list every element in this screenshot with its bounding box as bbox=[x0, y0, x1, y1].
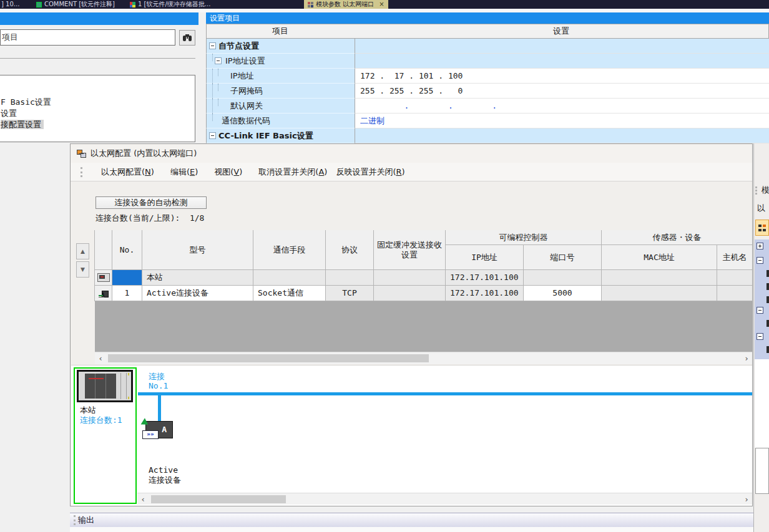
settings-row-ip-address[interactable]: IP地址 bbox=[206, 69, 355, 84]
expand-plus-icon[interactable] bbox=[757, 243, 763, 249]
tree-item-partial[interactable] bbox=[767, 346, 769, 353]
cell-no-selected[interactable] bbox=[112, 270, 142, 286]
active-device-node[interactable]: A »» bbox=[145, 421, 173, 438]
cell-port[interactable] bbox=[524, 270, 602, 286]
menu-apply-close[interactable]: 反映设置并关闭(R) bbox=[336, 167, 404, 178]
menu-edit[interactable]: 编辑(E) bbox=[170, 167, 198, 178]
cell-fixed-buffer[interactable] bbox=[374, 270, 446, 286]
chevron-icon: »» bbox=[142, 430, 159, 439]
scrollbar-thumb[interactable] bbox=[108, 354, 429, 362]
tab-module-parameter-active[interactable]: 模块参数 以太网端口 × bbox=[304, 0, 388, 9]
cell-model[interactable]: 本站 bbox=[142, 270, 253, 286]
device-letter: A bbox=[162, 425, 167, 434]
diagram-hscrollbar[interactable]: ‹ › bbox=[137, 493, 752, 505]
comment-doc-icon bbox=[36, 2, 42, 7]
collapse-minus-icon[interactable] bbox=[757, 307, 763, 314]
row-icon-active-device[interactable]: A bbox=[95, 286, 112, 301]
tab-truncated[interactable]: ] 10... bbox=[1, 0, 19, 9]
tree-item-partial[interactable] bbox=[767, 283, 769, 290]
list-item-label: 设置 bbox=[1, 109, 17, 118]
settings-col-value-header: 设置 bbox=[354, 24, 769, 39]
output-panel-header[interactable]: 输出 bbox=[70, 513, 753, 527]
header-plc-group: 可编程控制器 bbox=[446, 230, 602, 245]
cell-ip[interactable]: 172.17.101.100 bbox=[446, 270, 524, 286]
scroll-left-icon[interactable]: ‹ bbox=[139, 495, 147, 504]
menu-ethernet-config[interactable]: 以太网配置(N) bbox=[101, 167, 154, 178]
header-comm: 通信手段 bbox=[253, 230, 326, 270]
binoculars-icon bbox=[182, 34, 192, 42]
device-label: Active bbox=[149, 465, 178, 475]
cell-port[interactable]: 5000 bbox=[524, 286, 602, 301]
cell-mac[interactable] bbox=[602, 286, 717, 301]
settings-value-subnet[interactable]: 255 . 255 . 255 . 0 bbox=[355, 84, 769, 99]
cell-no[interactable]: 1 bbox=[112, 286, 142, 301]
dialog-titlebar: 以太网配置 (内置以太网端口) bbox=[71, 144, 752, 163]
host-station-box[interactable]: 本站 连接台数:1 bbox=[74, 367, 137, 504]
module-list-tab[interactable]: 以 bbox=[757, 203, 765, 214]
list-item[interactable]: 设置 bbox=[0, 108, 195, 119]
cell-mac[interactable] bbox=[602, 270, 717, 286]
menu-view[interactable]: 视图(V) bbox=[214, 167, 242, 178]
cell-host[interactable] bbox=[717, 270, 752, 286]
watch-grid-icon bbox=[130, 2, 135, 7]
settings-row-own-node[interactable]: 自节点设置 bbox=[206, 39, 355, 54]
cell-protocol[interactable]: TCP bbox=[326, 286, 374, 301]
collapse-minus-icon[interactable] bbox=[757, 257, 763, 264]
tab-device-buffer[interactable]: 1 [软元件/缓冲存储器批... bbox=[130, 0, 210, 9]
scroll-left-icon[interactable]: ‹ bbox=[96, 354, 105, 363]
module-list-toolbar-button[interactable] bbox=[755, 220, 769, 236]
cell-fixed-buffer[interactable] bbox=[374, 286, 446, 301]
tab-comment[interactable]: COMMENT [软元件注释] bbox=[36, 0, 115, 9]
row-icon-host-station[interactable] bbox=[95, 270, 112, 286]
cell-comm[interactable] bbox=[253, 270, 326, 286]
setting-item-list: F Basic设置 设置 接配置设置 bbox=[0, 75, 195, 142]
scrollbar-thumb[interactable] bbox=[151, 495, 286, 503]
grid-hscrollbar[interactable]: ‹ › bbox=[95, 352, 752, 364]
collapse-minus-icon[interactable] bbox=[209, 132, 216, 139]
row-down-button[interactable]: ▼ bbox=[76, 261, 89, 278]
settings-value[interactable] bbox=[355, 39, 769, 54]
settings-row-ip-setting[interactable]: IP地址设置 bbox=[206, 54, 355, 69]
cell-host[interactable] bbox=[717, 286, 752, 301]
tree-item-partial[interactable] bbox=[767, 320, 769, 327]
menu-cancel-close[interactable]: 取消设置并关闭(A) bbox=[258, 167, 327, 178]
cell-ip[interactable]: 172.17.101.100 bbox=[446, 286, 524, 301]
dialog-title: 以太网配置 (内置以太网端口) bbox=[91, 148, 197, 159]
tree-item-partial[interactable] bbox=[767, 270, 769, 277]
settings-value-datacode[interactable]: 二进制 bbox=[355, 114, 769, 128]
collapse-minus-icon[interactable] bbox=[215, 57, 222, 64]
cell-protocol[interactable] bbox=[326, 270, 374, 286]
plc-station-icon bbox=[97, 273, 110, 282]
module-list-title: 模 bbox=[762, 185, 769, 196]
settings-row-subnet-mask[interactable]: 子网掩码 bbox=[206, 84, 355, 99]
module-list-titlebar: 模 bbox=[755, 185, 769, 196]
settings-value[interactable] bbox=[355, 54, 769, 69]
row-up-button[interactable]: ▲ bbox=[76, 243, 89, 259]
scroll-right-icon[interactable]: › bbox=[742, 354, 751, 363]
header-no: No. bbox=[112, 230, 142, 270]
collapse-minus-icon[interactable] bbox=[209, 42, 216, 49]
tree-item-partial[interactable] bbox=[767, 296, 769, 303]
header-fixed-buffer: 固定缓冲发送接收设置 bbox=[374, 230, 446, 270]
search-input[interactable] bbox=[0, 29, 175, 46]
settings-value-ip[interactable]: 172 . 17 . 101 . 100 bbox=[355, 69, 769, 84]
toolbar-grip bbox=[81, 167, 82, 177]
module-tree bbox=[755, 239, 769, 359]
settings-value-gateway[interactable]: . . . bbox=[355, 99, 769, 114]
list-item[interactable]: F Basic设置 bbox=[0, 97, 195, 108]
cell-comm[interactable]: Socket通信 bbox=[253, 286, 326, 301]
list-item-selected[interactable]: 接配置设置 bbox=[0, 119, 195, 130]
tab-label: COMMENT [软元件注释] bbox=[44, 0, 115, 9]
settings-value[interactable] bbox=[355, 128, 769, 143]
settings-row-default-gateway[interactable]: 默认网关 bbox=[206, 99, 355, 114]
auto-detect-button[interactable]: 连接设备的自动检测 bbox=[96, 196, 207, 209]
settings-row-comm-data-code[interactable]: 通信数据代码 bbox=[206, 114, 355, 128]
collapse-minus-icon[interactable] bbox=[757, 333, 763, 340]
close-icon[interactable]: × bbox=[379, 0, 384, 9]
cell-model[interactable]: Active连接设备 bbox=[142, 286, 253, 301]
panel-gap bbox=[198, 12, 206, 143]
connection-count-label: 连接台数(当前/上限): 1/8 bbox=[96, 213, 204, 224]
settings-row-cclink-basic[interactable]: CC-Link IEF Basic设置 bbox=[206, 128, 355, 143]
scroll-right-icon[interactable]: › bbox=[742, 495, 751, 504]
search-button[interactable] bbox=[179, 30, 195, 46]
